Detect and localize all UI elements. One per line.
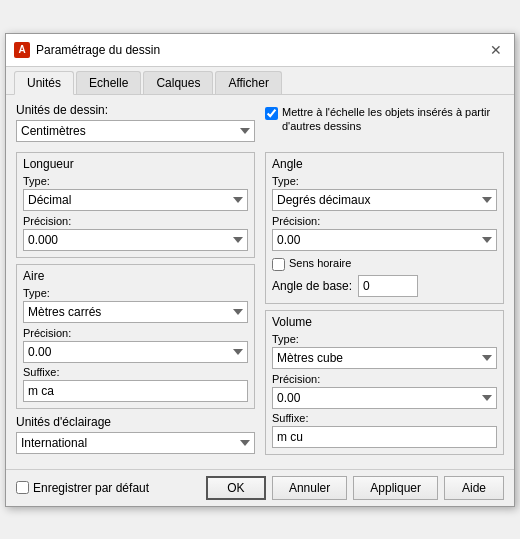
angle-type-label: Type: (272, 175, 497, 187)
longueur-precision-label: Précision: (23, 215, 248, 227)
tab-unites[interactable]: Unités (14, 71, 74, 95)
eclairage-section: Unités d'éclairage International (16, 415, 255, 454)
angle-title: Angle (272, 157, 497, 171)
cancel-button[interactable]: Annuler (272, 476, 347, 500)
footer: Enregistrer par défaut OK Annuler Appliq… (6, 469, 514, 506)
aire-type-label: Type: (23, 287, 248, 299)
title-bar: A Paramétrage du dessin ✕ (6, 34, 514, 67)
aire-suffix-input[interactable] (23, 380, 248, 402)
angle-group: Angle Type: Degrés décimaux Précision: 0… (265, 152, 504, 304)
angle-precision-select[interactable]: 0.00 (272, 229, 497, 251)
save-default-checkbox[interactable] (16, 481, 29, 494)
units-dessin-label: Unités de dessin: (16, 103, 255, 117)
scale-checkbox-section: Mettre à l'échelle les objets insérés à … (265, 103, 504, 138)
angle-precision-label: Précision: (272, 215, 497, 227)
volume-title: Volume (272, 315, 497, 329)
volume-suffix-input[interactable] (272, 426, 497, 448)
help-button[interactable]: Aide (444, 476, 504, 500)
tab-calques[interactable]: Calques (143, 71, 213, 94)
sens-horaire-checkbox[interactable] (272, 258, 285, 271)
scale-checkbox[interactable] (265, 107, 278, 120)
volume-type-select[interactable]: Mètres cube (272, 347, 497, 369)
tab-bar: Unités Echelle Calques Afficher (6, 67, 514, 95)
longueur-group: Longueur Type: Décimal Précision: 0.000 (16, 152, 255, 258)
sens-horaire-label: Sens horaire (289, 256, 351, 270)
aire-precision-label: Précision: (23, 327, 248, 339)
tab-echelle[interactable]: Echelle (76, 71, 141, 94)
aire-suffix-label: Suffixe: (23, 366, 248, 378)
content-area: Unités de dessin: Centimètres Mettre à l… (6, 95, 514, 469)
angle-type-select[interactable]: Degrés décimaux (272, 189, 497, 211)
ok-button[interactable]: OK (206, 476, 266, 500)
eclairage-select[interactable]: International (16, 432, 255, 454)
title-bar-left: A Paramétrage du dessin (14, 42, 160, 58)
volume-suffix-label: Suffixe: (272, 412, 497, 424)
units-dessin-select[interactable]: Centimètres (16, 120, 255, 142)
right-column: Angle Type: Degrés décimaux Précision: 0… (265, 152, 504, 461)
angle-base-row: Angle de base: (272, 275, 497, 297)
scale-checkbox-label: Mettre à l'échelle les objets insérés à … (282, 105, 504, 134)
close-button[interactable]: ✕ (486, 40, 506, 60)
aire-title: Aire (23, 269, 248, 283)
footer-left: Enregistrer par défaut (16, 481, 200, 495)
longueur-type-select[interactable]: Décimal (23, 189, 248, 211)
longueur-precision-select[interactable]: 0.000 (23, 229, 248, 251)
angle-base-input[interactable] (358, 275, 418, 297)
eclairage-label: Unités d'éclairage (16, 415, 255, 429)
apply-button[interactable]: Appliquer (353, 476, 438, 500)
tab-afficher[interactable]: Afficher (215, 71, 281, 94)
left-column: Longueur Type: Décimal Précision: 0.000 … (16, 152, 255, 461)
angle-base-label: Angle de base: (272, 279, 352, 293)
longueur-type-label: Type: (23, 175, 248, 187)
dialog-title: Paramétrage du dessin (36, 43, 160, 57)
volume-group: Volume Type: Mètres cube Précision: 0.00… (265, 310, 504, 455)
units-dessin-section: Unités de dessin: Centimètres (16, 103, 255, 142)
dialog-window: A Paramétrage du dessin ✕ Unités Echelle… (5, 33, 515, 507)
footer-buttons: OK Annuler Appliquer Aide (206, 476, 504, 500)
main-columns: Longueur Type: Décimal Précision: 0.000 … (16, 152, 504, 461)
longueur-title: Longueur (23, 157, 248, 171)
aire-type-select[interactable]: Mètres carrés (23, 301, 248, 323)
aire-group: Aire Type: Mètres carrés Précision: 0.00… (16, 264, 255, 409)
app-icon: A (14, 42, 30, 58)
volume-precision-select[interactable]: 0.00 (272, 387, 497, 409)
aire-precision-select[interactable]: 0.00 (23, 341, 248, 363)
volume-type-label: Type: (272, 333, 497, 345)
save-default-label: Enregistrer par défaut (33, 481, 149, 495)
volume-precision-label: Précision: (272, 373, 497, 385)
